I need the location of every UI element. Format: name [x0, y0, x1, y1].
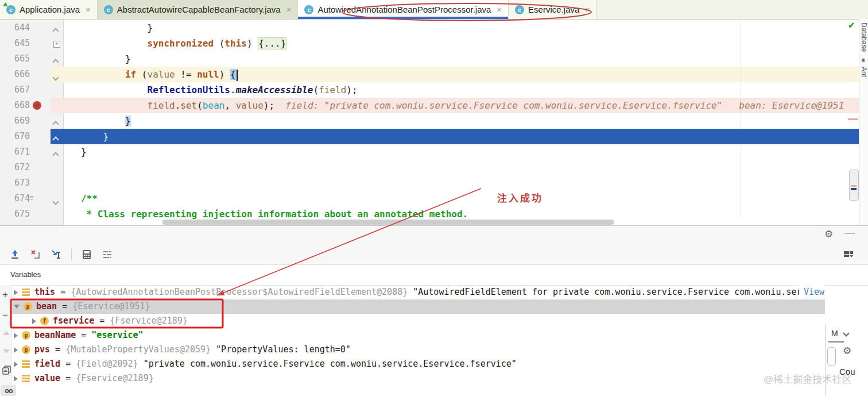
editor-lines: 644 }645+ synchronized (this) {...}665 }…: [0, 20, 859, 222]
fold-up-icon[interactable]: [53, 118, 58, 129]
debugger-toolbar: [0, 245, 868, 265]
expand-icon[interactable]: [14, 347, 18, 353]
scrollbar-breakpoint-mark: [851, 185, 857, 187]
run-to-cursor-icon[interactable]: [51, 249, 62, 260]
code-text: }: [64, 20, 153, 36]
drop-frame-icon[interactable]: [30, 249, 41, 260]
value-icon: [22, 360, 30, 368]
scroll-up-icon[interactable]: [3, 331, 10, 335]
vertical-scrollbar[interactable]: [849, 170, 859, 201]
code-editor[interactable]: 644 }645+ synchronized (this) {...}665 }…: [0, 19, 859, 225]
close-icon[interactable]: ×: [286, 5, 292, 14]
code-text: }: [64, 144, 87, 160]
memory-gear-icon[interactable]: ⚙: [843, 345, 851, 357]
inspection-ok-icon[interactable]: ✔: [848, 20, 855, 30]
code-line-672[interactable]: 672: [0, 160, 859, 175]
right-margin-guide: [741, 19, 741, 218]
watch-return-values-icon[interactable]: oo: [1, 385, 16, 396]
tab-abstractautowirecapablebeanfactory-java[interactable]: cAbstractAutowireCapableBeanFactory.java…: [98, 0, 299, 19]
code-line-669[interactable]: 669 }: [0, 113, 859, 129]
code-line-670[interactable]: 670 }: [0, 129, 859, 144]
tool-window-database[interactable]: Database: [860, 22, 868, 52]
gutter-line-number[interactable]: 645: [0, 36, 30, 51]
code-line-644[interactable]: 644 }: [0, 20, 859, 36]
gutter-line-number[interactable]: 668: [0, 98, 30, 113]
code-line-645[interactable]: 645+ synchronized (this) {...}: [0, 36, 859, 51]
close-icon[interactable]: ×: [86, 5, 91, 14]
fold-down-icon[interactable]: [53, 72, 58, 82]
code-line-671[interactable]: 671 }: [0, 144, 859, 160]
tab-autowiredannotationbeanpostprocessor-java[interactable]: cAutowiredAnnotationBeanPostProcessor.ja…: [298, 0, 509, 19]
collapse-icon[interactable]: [14, 305, 20, 309]
gutter-line-number[interactable]: 671: [0, 144, 30, 160]
expand-icon[interactable]: [14, 333, 18, 339]
line-highlight: [51, 144, 859, 160]
code-line-667[interactable]: 667 ReflectionUtils.makeAccessible(field…: [0, 82, 859, 98]
fold-up-icon[interactable]: [53, 149, 58, 160]
variables-view-body: + − oo this = {AutowiredAnnotationBeanPo…: [0, 285, 868, 396]
remove-watch-icon[interactable]: −: [2, 310, 8, 320]
code-line-666[interactable]: 666 if (value != null) {: [0, 67, 859, 82]
gutter-line-number[interactable]: 644: [0, 20, 30, 36]
scroll-down-icon[interactable]: [3, 349, 10, 353]
fold-up-icon[interactable]: [53, 56, 58, 67]
code-line-668[interactable]: 668✓ field.set(bean, value); field: "pri…: [0, 98, 859, 113]
expand-icon[interactable]: [14, 290, 18, 295]
gutter-line-number[interactable]: 673: [0, 175, 30, 191]
chevron-down-icon: [843, 330, 849, 336]
tool-window-ant[interactable]: Ant: [860, 67, 868, 77]
filter-lines-icon[interactable]: [102, 249, 113, 260]
gutter-line-number[interactable]: 665: [0, 51, 30, 67]
layout-settings-icon[interactable]: [843, 249, 854, 260]
copy-icon[interactable]: [2, 366, 11, 376]
gutter-line-number[interactable]: 670: [0, 129, 30, 144]
var-row-pvs[interactable]: ppvs = {MutablePropertyValues@2059} "Pro…: [11, 343, 825, 357]
mini-scrollbar[interactable]: [827, 347, 836, 366]
view-link[interactable]: View: [799, 285, 824, 299]
evaluate-expression-icon[interactable]: [81, 249, 92, 260]
thread-dropdown[interactable]: M: [831, 329, 838, 338]
var-row-this[interactable]: this = {AutowiredAnnotationBeanPostProce…: [11, 285, 825, 299]
fold-up-icon[interactable]: [53, 25, 58, 36]
add-watch-icon[interactable]: +: [2, 290, 8, 299]
step-out-icon[interactable]: [9, 249, 21, 260]
line-highlight: [51, 191, 859, 206]
gutter-line-number[interactable]: 674: [0, 191, 30, 206]
expand-icon[interactable]: [14, 362, 18, 367]
var-row-bean[interactable]: pbean = {Eservice@1951}: [11, 299, 825, 314]
tab-application-java[interactable]: cApplication.java×: [0, 0, 98, 19]
var-row-value[interactable]: value = {Fservice@2189}: [11, 371, 825, 386]
gutter-line-number[interactable]: 672: [0, 160, 30, 175]
var-row-fservice[interactable]: ffservice = {Fservice@2189}: [11, 314, 825, 328]
tab-eservice-java[interactable]: cEservice.java×: [509, 0, 597, 19]
fold-plus-icon[interactable]: +: [53, 41, 60, 48]
fold-up-icon[interactable]: [53, 134, 58, 144]
code-text: ReflectionUtils.makeAccessible(field);: [64, 82, 358, 98]
expand-icon[interactable]: [32, 318, 36, 324]
close-icon[interactable]: ×: [497, 5, 502, 14]
code-line-673[interactable]: 673: [0, 175, 859, 191]
gutter-line-number[interactable]: 666: [0, 67, 30, 82]
gutter-line-number[interactable]: 669: [0, 113, 30, 129]
hide-panel-icon[interactable]: —: [844, 226, 855, 239]
value-icon: [22, 289, 30, 296]
tab-label: Eservice.java: [528, 5, 579, 14]
expand-icon[interactable]: [14, 376, 18, 382]
code-line-665[interactable]: 665 }: [0, 51, 859, 67]
gutter-line-number[interactable]: 675: [0, 206, 30, 222]
variables-tab-label[interactable]: Variables: [10, 270, 41, 279]
gear-icon[interactable]: ⚙: [824, 228, 833, 240]
code-line-674[interactable]: 674|≡ /**: [0, 191, 859, 206]
var-row-field[interactable]: field = {Field@2092} "private com.woniu.…: [11, 357, 825, 371]
var-row-beanName[interactable]: pbeanName = "eservice": [11, 328, 825, 343]
breakpoint-icon[interactable]: ✓: [33, 101, 41, 110]
horizontal-scrollbar[interactable]: [162, 220, 614, 225]
class-icon: c: [515, 5, 524, 14]
fold-down-icon[interactable]: [53, 196, 58, 206]
param-icon: p: [24, 302, 32, 311]
gutter-line-number[interactable]: 667: [0, 82, 30, 98]
close-icon[interactable]: ×: [585, 5, 590, 14]
tab-label: Application.java: [20, 5, 80, 14]
javadoc-render-icon[interactable]: |≡: [28, 194, 33, 202]
memory-view-sliver: M ⚙ Cou aded: [825, 324, 868, 396]
